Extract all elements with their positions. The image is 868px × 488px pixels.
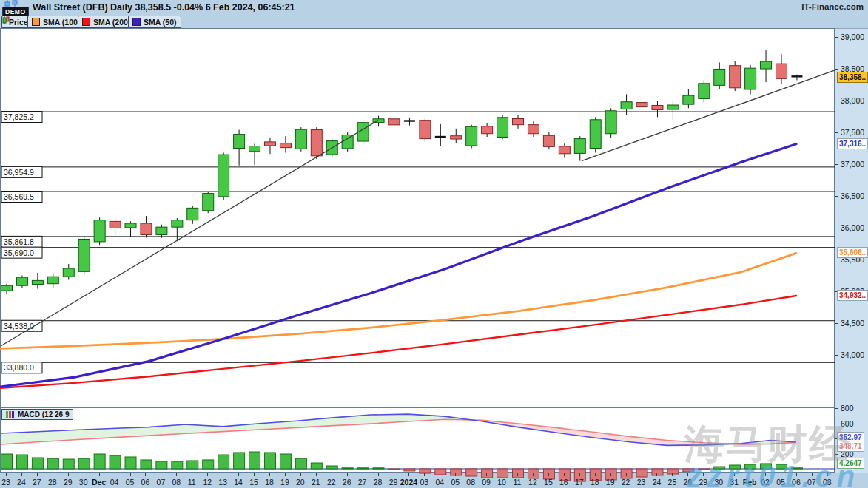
macd-hist-up[interactable] <box>94 454 105 469</box>
macd-hist-up[interactable] <box>791 468 802 469</box>
trendline[interactable] <box>1 121 378 346</box>
candle-up[interactable] <box>16 277 27 285</box>
macd-hist-down[interactable] <box>404 469 415 471</box>
candle-down[interactable] <box>311 130 322 156</box>
time-tick <box>145 473 146 476</box>
candle-up[interactable] <box>1 285 13 291</box>
candle-down[interactable] <box>141 223 152 234</box>
candle-up[interactable] <box>714 69 725 85</box>
candle-up[interactable] <box>32 280 43 284</box>
candle-down[interactable] <box>730 66 741 88</box>
candle-up[interactable] <box>94 220 105 242</box>
macd-hist-down[interactable] <box>683 469 694 472</box>
candle-down[interactable] <box>652 105 663 109</box>
candle-up[interactable] <box>172 220 183 227</box>
candle-up[interactable] <box>249 146 260 151</box>
macd-hist-up[interactable] <box>311 463 322 469</box>
sma100-line[interactable] <box>1 253 796 348</box>
macd-hist-up[interactable] <box>47 458 58 469</box>
macd-hist-up[interactable] <box>342 468 353 469</box>
candle-down[interactable] <box>528 125 539 134</box>
macd-hist-up[interactable] <box>218 455 229 469</box>
candle-up[interactable] <box>234 135 245 149</box>
macd-hist-up[interactable] <box>249 452 260 469</box>
macd-hist-down[interactable] <box>388 469 400 470</box>
candle-up[interactable] <box>295 129 306 149</box>
macd-hist-up[interactable] <box>714 467 725 469</box>
macd-hist-up[interactable] <box>295 458 306 469</box>
candle-up[interactable] <box>761 61 772 69</box>
price-chart-pane[interactable]: 37,825.236,954.936,569.535,861.835,690.0… <box>0 28 835 407</box>
candle-down[interactable] <box>451 136 462 139</box>
tab-sma100[interactable]: SMA (100) <box>27 16 84 28</box>
candle-up[interactable] <box>218 155 229 197</box>
time-axis[interactable]: 232427282930Dec0405060708111213141518192… <box>0 473 868 488</box>
macd-legend[interactable]: MACD (12 26 9 <box>1 409 73 420</box>
candle-up[interactable] <box>47 277 58 283</box>
candle-up[interactable] <box>342 135 353 148</box>
sma200-line[interactable] <box>1 296 796 388</box>
candle-down[interactable] <box>388 119 400 125</box>
candle-down[interactable] <box>420 121 431 139</box>
candle-up[interactable] <box>203 194 214 211</box>
macd-hist-up[interactable] <box>187 461 198 469</box>
candle-down[interactable] <box>280 143 291 148</box>
macd-hist-up[interactable] <box>264 453 275 469</box>
candle-down[interactable] <box>559 146 570 154</box>
macd-hist-up[interactable] <box>280 454 291 469</box>
tab-sma50[interactable]: SMA (50) <box>128 16 181 28</box>
macd-hist-up[interactable] <box>203 460 214 469</box>
candle-up[interactable] <box>699 84 710 99</box>
candle-up[interactable] <box>574 139 585 154</box>
macd-hist-up[interactable] <box>373 468 384 469</box>
macd-hist-up[interactable] <box>761 464 772 469</box>
macd-hist-up[interactable] <box>110 455 121 469</box>
candle-up[interactable] <box>466 126 477 146</box>
price-axis[interactable]: 39,00038,50038,00037,50037,00036,50036,0… <box>835 28 868 473</box>
candle-up[interactable] <box>667 105 679 109</box>
candle-down[interactable] <box>482 126 493 134</box>
time-tick <box>812 473 813 476</box>
candle-up[interactable] <box>78 239 90 271</box>
macd-hist-up[interactable] <box>730 465 741 469</box>
macd-hist-up[interactable] <box>16 455 27 469</box>
candle-down[interactable] <box>513 119 524 125</box>
macd-hist-up[interactable] <box>141 460 152 469</box>
candle-up[interactable] <box>621 102 632 109</box>
candle-up[interactable] <box>590 120 601 149</box>
candle-down[interactable] <box>110 221 121 228</box>
candle-up[interactable] <box>605 111 616 134</box>
macd-hist-up[interactable] <box>156 461 167 469</box>
macd-hist-down[interactable] <box>699 469 710 470</box>
macd-hist-up[interactable] <box>63 459 74 469</box>
macd-hist-up[interactable] <box>357 468 369 469</box>
candle-up[interactable] <box>63 268 74 277</box>
macd-pane[interactable]: MACD (12 26 9 <box>0 407 835 473</box>
tab-sma200[interactable]: SMA (200) <box>78 16 135 28</box>
time-tick <box>486 473 487 476</box>
candle-down[interactable] <box>543 135 554 146</box>
candle-down[interactable] <box>776 64 787 78</box>
macd-legend-label: MACD (12 26 9 <box>18 410 69 418</box>
candle-up[interactable] <box>156 227 167 234</box>
macd-hist-up[interactable] <box>78 458 90 469</box>
candlestick-chart[interactable]: 37,825.236,954.936,569.535,861.835,690.0… <box>1 29 835 408</box>
candle-up[interactable] <box>187 208 198 220</box>
candle-up[interactable] <box>745 68 756 89</box>
macd-hist-up[interactable] <box>326 466 337 469</box>
candle-up[interactable] <box>683 95 694 104</box>
macd-hist-up[interactable] <box>172 461 183 469</box>
candle-down[interactable] <box>264 142 275 146</box>
site-link[interactable]: IT-Finance.com <box>801 2 864 11</box>
candle-up[interactable] <box>497 118 508 138</box>
macd-hist-up[interactable] <box>32 458 43 469</box>
macd-chart[interactable] <box>1 408 835 474</box>
candle-down[interactable] <box>636 103 647 107</box>
candle-up[interactable] <box>125 223 136 228</box>
macd-hist-up[interactable] <box>745 464 756 469</box>
macd-hist-up[interactable] <box>776 464 787 469</box>
macd-hist-up[interactable] <box>1 454 13 469</box>
macd-hist-up[interactable] <box>234 453 245 469</box>
axis-tick <box>835 424 838 424</box>
macd-hist-up[interactable] <box>125 457 136 469</box>
